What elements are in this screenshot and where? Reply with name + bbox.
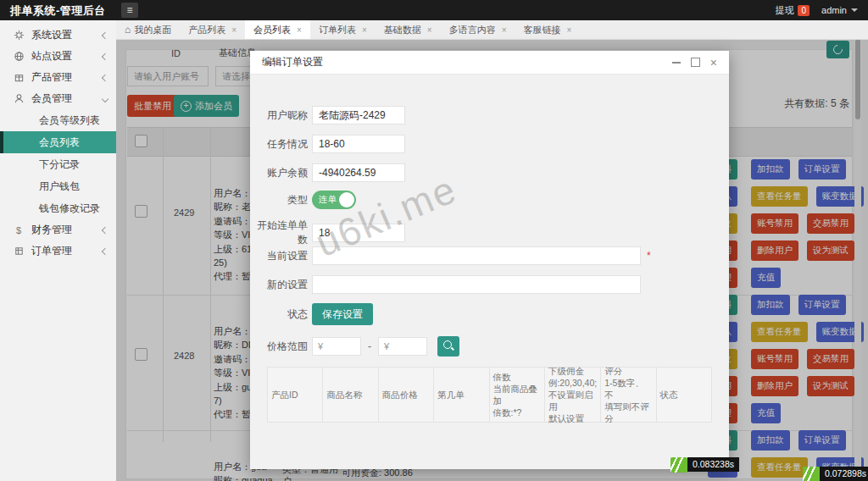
sidebar-item-会员等级列表[interactable]: 会员等级列表 xyxy=(0,109,116,131)
sidebar-item-label: 产品管理 xyxy=(31,70,103,85)
withdraw-label: 提现 xyxy=(775,4,793,17)
finance-icon: $ xyxy=(12,225,25,235)
save-settings-button[interactable]: 保存设置 xyxy=(312,303,373,325)
top-bar: 排单系统-管理后台 ≡ 提现 0 admin xyxy=(0,0,868,20)
price-max-input[interactable]: ¥ xyxy=(378,337,427,356)
tab-我的桌面[interactable]: ⌂我的桌面 xyxy=(116,20,180,39)
required-asterisk: * xyxy=(647,250,651,262)
chevron-left-icon xyxy=(102,226,108,233)
sidebar-item-label: 站点设置 xyxy=(31,49,103,64)
tab-label: 基础数据 xyxy=(384,24,421,36)
tab-订单列表[interactable]: 订单列表× xyxy=(310,20,376,39)
field-price-range: 价格范围 ¥ - ¥ xyxy=(250,336,459,357)
price-min-input[interactable]: ¥ xyxy=(312,337,361,356)
field-balance: 账户余额 xyxy=(250,163,405,182)
sidebar-item-下分记录[interactable]: 下分记录 xyxy=(0,153,116,175)
user-icon xyxy=(12,93,25,104)
withdraw-count-badge: 0 xyxy=(798,5,810,16)
sidebar-item-用户钱包[interactable]: 用户钱包 xyxy=(0,175,116,197)
close-icon[interactable]: × xyxy=(566,25,571,35)
sidebar-item-钱包修改记录[interactable]: 钱包修改记录 xyxy=(0,197,116,219)
sidebar-item-label: 会员管理 xyxy=(31,91,103,106)
chevron-left-icon xyxy=(102,31,108,38)
product-column-评分: 评分1-5数字、不填写则不评分 xyxy=(601,368,656,422)
product-column-下级佣金: 下级佣金例:20,30,40;不设置则启用默认设置 xyxy=(545,368,601,422)
tab-客服链接[interactable]: 客服链接× xyxy=(515,20,580,39)
balance-input[interactable] xyxy=(312,163,405,182)
nickname-input[interactable] xyxy=(312,106,405,124)
user-menu[interactable]: admin xyxy=(821,5,858,15)
edit-order-settings-modal: 编辑订单设置 × 用户昵称 任务情况 账户余额 类型 连单 开始连单单数 当前设… xyxy=(250,51,729,469)
field-nickname: 用户昵称 xyxy=(250,106,405,124)
caret-down-icon xyxy=(851,8,858,12)
tab-label: 产品列表 xyxy=(188,24,225,36)
home-icon: ⌂ xyxy=(125,24,131,36)
sidebar-item-站点设置[interactable]: 站点设置 xyxy=(0,46,116,67)
field-task: 任务情况 xyxy=(250,135,405,153)
product-column-商品价格: 商品价格 xyxy=(379,368,434,422)
current-setting-input[interactable] xyxy=(312,246,641,265)
sidebar-item-会员管理[interactable]: 会员管理 xyxy=(0,88,116,109)
type-toggle[interactable]: 连单 xyxy=(312,191,356,209)
username: admin xyxy=(821,5,847,15)
sidebar-item-会员列表[interactable]: 会员列表 xyxy=(0,131,116,153)
sidebar-item-label: 财务管理 xyxy=(31,223,103,237)
product-column-第几单: 第几单 xyxy=(434,368,489,422)
product-column-倍数: 倍数当前商品叠加倍数:*? xyxy=(490,368,545,422)
price-search-button[interactable] xyxy=(437,336,459,357)
thinkphp-icon xyxy=(803,467,820,481)
sidebar-item-财务管理[interactable]: $财务管理 xyxy=(0,219,116,240)
chevron-left-icon xyxy=(102,74,108,80)
start-count-input[interactable] xyxy=(312,224,405,242)
app-title: 排单系统-管理后台 xyxy=(10,3,106,19)
site-icon xyxy=(12,51,25,62)
close-icon[interactable]: × xyxy=(710,57,717,69)
product-column-状态: 状态 xyxy=(657,368,711,422)
close-icon[interactable]: × xyxy=(231,25,236,35)
chevron-down-icon xyxy=(102,95,108,102)
field-current-setting: 当前设置 * xyxy=(250,246,651,265)
sidebar-item-系统设置[interactable]: 系统设置 xyxy=(0,25,116,46)
close-icon[interactable]: × xyxy=(502,25,507,35)
tab-会员列表[interactable]: 会员列表× xyxy=(245,20,310,39)
field-type: 类型 连单 xyxy=(250,191,356,209)
debug-time-badge: 0.083238s xyxy=(670,457,739,473)
tab-label: 订单列表 xyxy=(319,24,356,36)
tab-产品列表[interactable]: 产品列表× xyxy=(180,20,245,39)
product-column-产品ID: 产品ID xyxy=(268,368,323,422)
chevron-left-icon xyxy=(102,53,108,59)
sidebar-item-产品管理[interactable]: 产品管理 xyxy=(0,67,116,88)
task-input[interactable] xyxy=(312,135,405,153)
product-icon xyxy=(12,72,25,83)
product-column-商品名称: 商品名称 xyxy=(323,368,378,422)
tab-基础数据[interactable]: 基础数据× xyxy=(376,20,441,39)
tab-多语言内容[interactable]: 多语言内容× xyxy=(441,20,515,39)
field-new-setting: 新的设置 xyxy=(250,275,641,294)
thinkphp-icon xyxy=(670,457,687,473)
sidebar-item-订单管理[interactable]: 订单管理 xyxy=(0,240,116,262)
search-icon xyxy=(443,340,452,349)
modal-titlebar: 编辑订单设置 × xyxy=(250,51,729,75)
debug-time-badge: 0.072898s xyxy=(803,467,868,481)
product-table-header: 产品ID商品名称商品价格第几单倍数当前商品叠加倍数:*?下级佣金例:20,30,… xyxy=(267,367,712,423)
minimize-icon[interactable] xyxy=(672,62,681,64)
sidebar: 系统设置站点设置产品管理会员管理会员等级列表会员列表下分记录用户钱包钱包修改记录… xyxy=(0,20,116,481)
gear-icon xyxy=(12,30,25,41)
new-setting-input[interactable] xyxy=(312,275,641,294)
tab-label: 多语言内容 xyxy=(449,24,496,36)
tab-label: 我的桌面 xyxy=(134,24,171,36)
sidebar-item-label: 系统设置 xyxy=(31,28,103,42)
close-icon[interactable]: × xyxy=(427,25,432,35)
tab-label: 客服链接 xyxy=(523,24,560,36)
modal-title: 编辑订单设置 xyxy=(262,55,672,69)
withdraw-link[interactable]: 提现 0 xyxy=(775,4,810,17)
tab-bar: ⌂我的桌面产品列表×会员列表×订单列表×基础数据×多语言内容×客服链接× xyxy=(116,20,868,40)
sidebar-item-label: 订单管理 xyxy=(31,244,103,258)
order-icon xyxy=(12,246,25,257)
maximize-icon[interactable] xyxy=(691,58,700,67)
menu-icon[interactable]: ≡ xyxy=(121,3,138,18)
toggle-knob xyxy=(339,192,354,207)
close-icon[interactable]: × xyxy=(362,25,367,35)
tab-label: 会员列表 xyxy=(253,24,291,36)
close-icon[interactable]: × xyxy=(297,25,302,35)
